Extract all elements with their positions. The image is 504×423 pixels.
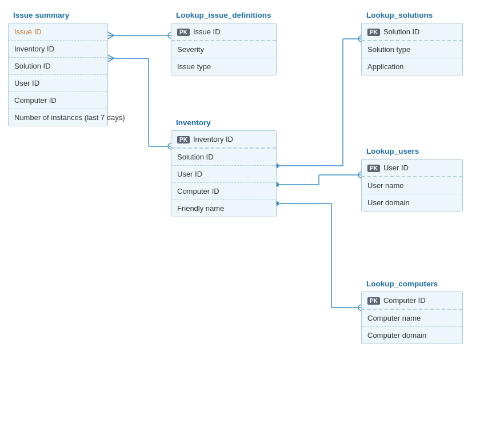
pk-badge: PK: [367, 297, 380, 305]
table-row: User domain: [362, 194, 462, 211]
table-row: Computer domain: [362, 327, 462, 344]
table-row: PKUser ID: [362, 159, 462, 177]
issue-summary-title: Issue summary: [9, 9, 74, 23]
table-row: PKIssue ID: [171, 23, 276, 41]
table-row: Friendly name: [171, 200, 276, 217]
lookup-solutions-table: Lookup_solutions PKSolution ID Solution …: [361, 23, 463, 75]
pk-badge: PK: [177, 29, 190, 36]
svg-line-1: [108, 32, 114, 35]
table-row: Computer ID: [9, 92, 107, 109]
lookup-computers-table: Lookup_computers PKComputer ID Computer …: [361, 292, 463, 344]
svg-line-7: [108, 55, 114, 58]
table-row: Solution type: [362, 41, 462, 58]
pk-badge: PK: [367, 29, 380, 36]
lookup-computers-title: Lookup_computers: [362, 277, 442, 292]
table-row: User name: [362, 177, 462, 194]
table-row: User ID: [9, 75, 107, 92]
table-row: Inventory ID: [9, 41, 107, 58]
inventory-title: Inventory: [171, 116, 215, 130]
table-row: Computer ID: [171, 183, 276, 200]
table-row: Application: [362, 58, 462, 75]
lookup-solutions-title: Lookup_solutions: [362, 9, 437, 23]
svg-line-8: [108, 58, 114, 62]
inventory-table: Inventory PKInventory ID Solution ID Use…: [171, 130, 277, 217]
lookup-issue-definitions-table: Lookup_issue_definitions PKIssue ID Seve…: [171, 23, 277, 75]
pk-badge: PK: [367, 165, 380, 172]
lookup-users-title: Lookup_users: [362, 145, 423, 159]
table-row: Issue type: [171, 58, 276, 75]
table-row: User ID: [171, 166, 276, 183]
table-row: Solution ID: [171, 149, 276, 166]
table-row: Severity: [171, 41, 276, 58]
diagram-container: Issue summary Issue ID Inventory ID Solu…: [0, 0, 504, 423]
lookup-issue-def-title: Lookup_issue_definitions: [171, 9, 276, 23]
table-row: PKInventory ID: [171, 131, 276, 149]
table-row: Computer name: [362, 310, 462, 327]
table-row: Issue ID: [9, 23, 107, 41]
issue-summary-table: Issue summary Issue ID Inventory ID Solu…: [8, 23, 108, 126]
table-row: PKComputer ID: [362, 292, 462, 310]
svg-line-2: [108, 35, 114, 39]
lookup-users-table: Lookup_users PKUser ID User name User do…: [361, 159, 463, 212]
table-row: Solution ID: [9, 58, 107, 75]
pk-badge: PK: [177, 136, 190, 143]
table-row: PKSolution ID: [362, 23, 462, 41]
table-row: Number of instances (last 7 days): [9, 109, 107, 126]
